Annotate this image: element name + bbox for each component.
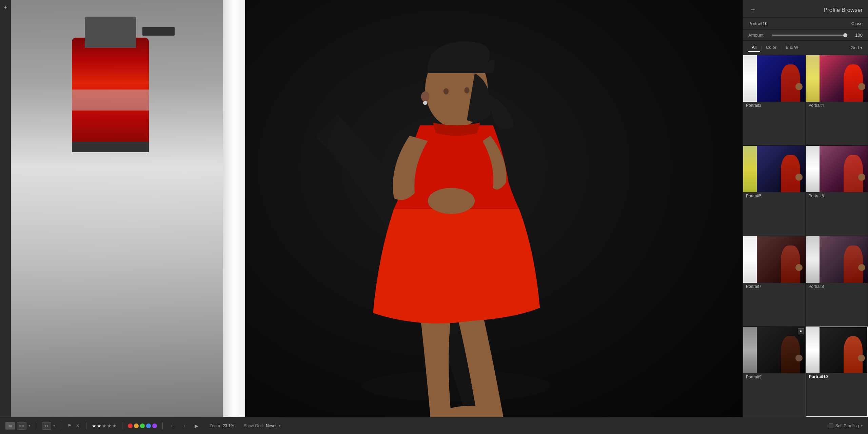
- grid-chevron-icon: ▾: [860, 45, 863, 50]
- single-view-icon: ▭: [8, 423, 12, 428]
- compare-view-button[interactable]: ▭▭: [17, 422, 26, 430]
- thumb-right-p10: [820, 327, 867, 373]
- star-2[interactable]: ★: [97, 423, 101, 429]
- thumb-left-strip-p5: [743, 146, 757, 192]
- star-badge-portrait9: ★: [798, 328, 804, 334]
- star-1[interactable]: ★: [92, 423, 96, 429]
- profile-label-portrait6: Portrait6: [806, 192, 868, 200]
- thumb-left-strip-p3: [743, 55, 757, 102]
- profile-thumb-portrait8: [806, 236, 868, 283]
- view-mode-group: ▭ ▭▭ ▾: [5, 422, 31, 430]
- next-arrow[interactable]: →: [179, 422, 189, 430]
- filter-tabs: All | Color | B & W Grid ▾: [743, 41, 868, 55]
- color-label-red[interactable]: [128, 423, 133, 428]
- tab-bw[interactable]: B & W: [782, 43, 802, 52]
- svg-point-5: [464, 87, 469, 93]
- amount-slider[interactable]: [772, 35, 847, 36]
- yy-button[interactable]: YY: [42, 422, 51, 430]
- single-view-button[interactable]: ▭: [5, 422, 15, 430]
- profile-cell-portrait4[interactable]: Portrait4: [806, 55, 868, 145]
- star-3[interactable]: ★: [102, 423, 106, 429]
- profile-browser-panel: + Profile Browser Portrait10 Close Amoun…: [743, 0, 868, 417]
- slider-thumb[interactable]: [843, 33, 847, 37]
- thumb-left-strip-p10: [806, 327, 820, 373]
- grid-dropdown-arrow[interactable]: ▾: [279, 424, 280, 428]
- sep-1: [36, 422, 36, 429]
- profile-thumb-portrait10: [806, 327, 868, 373]
- profile-cell-portrait5[interactable]: Portrait5: [743, 145, 806, 236]
- flag-group: ⚑ ✕: [66, 423, 81, 429]
- zoom-value: 23.1%: [223, 423, 234, 428]
- soft-proof-checkbox[interactable]: [829, 423, 833, 428]
- tab-all[interactable]: All: [748, 43, 760, 52]
- filter-sep-2: |: [780, 45, 782, 50]
- tab-color[interactable]: Color: [763, 43, 780, 52]
- profile-thumb-portrait9: [743, 327, 805, 373]
- yy-group: YY ▾: [42, 422, 55, 430]
- profile-cell-portrait9[interactable]: Portrait9 ★: [743, 327, 806, 417]
- profile-label-portrait5: Portrait5: [743, 192, 805, 200]
- thumb-left-strip-p6: [806, 146, 820, 192]
- thumb-right-p7: [757, 236, 805, 283]
- profile-label-portrait10: Portrait10: [806, 373, 868, 381]
- thumb-right-p8: [820, 236, 868, 283]
- profile-label-portrait8: Portrait8: [806, 283, 868, 291]
- star-4[interactable]: ★: [107, 423, 112, 429]
- profile-label-portrait7: Portrait7: [743, 283, 805, 291]
- nav-arrows: ← →: [168, 422, 189, 430]
- grid-info: Show Grid: Never ▾: [244, 423, 280, 428]
- amount-label: Amount: [748, 33, 769, 38]
- show-grid-value[interactable]: Never: [266, 423, 277, 428]
- soft-proof-label: Soft Proofing: [835, 423, 859, 428]
- sep-4: [122, 422, 122, 429]
- rating-stars: ★ ★ ★ ★ ★: [92, 423, 117, 429]
- grid-view-button[interactable]: Grid ▾: [850, 45, 863, 50]
- profile-cell-portrait8[interactable]: Portrait8: [806, 236, 868, 327]
- reject-button[interactable]: ✕: [75, 423, 81, 429]
- profile-cell-portrait3[interactable]: Portrait3: [743, 55, 806, 145]
- amount-value: 100: [851, 33, 863, 38]
- flag-icon: ⚑: [67, 423, 72, 428]
- sep-3: [86, 422, 86, 429]
- view-dropdown-arrow[interactable]: ▾: [28, 423, 31, 428]
- amount-row: Amount 100: [743, 30, 868, 41]
- thumb-left-strip-p4: [806, 55, 820, 102]
- profile-cell-portrait7[interactable]: Portrait7: [743, 236, 806, 327]
- prev-arrow[interactable]: ←: [168, 422, 178, 430]
- photo-left-section: [11, 0, 245, 417]
- fire-extinguisher: [46, 17, 175, 225]
- color-label-orange[interactable]: [134, 423, 139, 428]
- reject-icon: ✕: [76, 423, 80, 428]
- profile-cell-portrait6[interactable]: Portrait6: [806, 145, 868, 236]
- color-label-green[interactable]: [140, 423, 145, 428]
- profile-thumb-portrait6: [806, 146, 868, 192]
- profile-thumb-portrait3: [743, 55, 805, 102]
- play-icon: ▶: [195, 423, 198, 429]
- close-button[interactable]: Close: [851, 21, 863, 26]
- zoom-label: Zoom: [210, 423, 220, 428]
- figure-svg: [270, 21, 643, 417]
- yy-dropdown-arrow[interactable]: ▾: [53, 423, 55, 428]
- flag-button[interactable]: ⚑: [66, 423, 73, 429]
- zoom-info: Zoom 23.1%: [210, 423, 234, 428]
- profile-cell-portrait10[interactable]: Portrait10: [806, 327, 868, 417]
- play-button[interactable]: ▶: [193, 422, 200, 430]
- profile-label-portrait9: Portrait9: [743, 373, 805, 381]
- left-panel: +: [0, 0, 11, 417]
- svg-point-4: [443, 88, 449, 94]
- profile-info-row: Portrait10 Close: [743, 18, 868, 30]
- svg-point-7: [423, 101, 427, 105]
- soft-proof-group: Soft Proofing ▾: [829, 423, 863, 428]
- left-add-button[interactable]: +: [1, 3, 9, 12]
- sep-5: [162, 422, 163, 429]
- bottom-toolbar: ▭ ▭▭ ▾ YY ▾ ⚑ ✕ ★ ★ ★ ★ ★: [0, 417, 868, 434]
- filter-sep-1: |: [760, 45, 762, 50]
- thumb-right-p5: [757, 146, 805, 192]
- add-profile-button[interactable]: +: [748, 5, 758, 15]
- star-5[interactable]: ★: [112, 423, 117, 429]
- soft-proof-dropdown-arrow[interactable]: ▾: [861, 424, 863, 428]
- main-photo: [11, 0, 743, 417]
- color-label-purple[interactable]: [152, 423, 157, 428]
- profile-thumb-portrait7: [743, 236, 805, 283]
- color-label-blue[interactable]: [146, 423, 151, 428]
